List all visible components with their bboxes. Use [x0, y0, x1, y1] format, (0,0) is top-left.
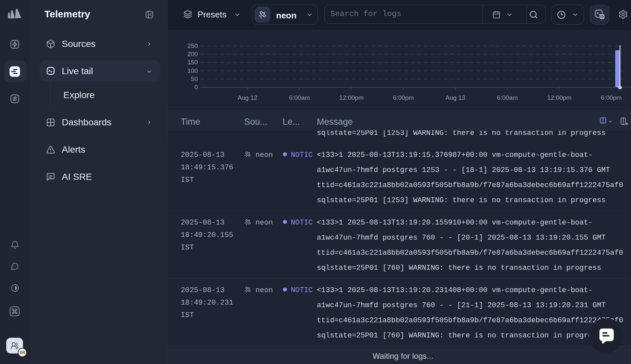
svg-text:6:00am: 6:00am — [289, 94, 310, 101]
svg-text:250: 250 — [187, 42, 198, 49]
svg-text:0: 0 — [194, 84, 198, 91]
svg-text:150: 150 — [187, 59, 198, 66]
svg-text:12:00pm: 12:00pm — [339, 94, 363, 101]
svg-text:6:00pm: 6:00pm — [601, 94, 621, 101]
svg-text:Aug 13: Aug 13 — [445, 94, 465, 101]
svg-text:12:00pm: 12:00pm — [547, 94, 572, 101]
svg-text:Aug 12: Aug 12 — [238, 94, 257, 101]
svg-text:100: 100 — [187, 67, 198, 74]
svg-text:50: 50 — [191, 75, 198, 82]
svg-text:200: 200 — [187, 51, 198, 57]
svg-text:6:00am: 6:00am — [497, 94, 518, 101]
svg-text:6:00pm: 6:00pm — [393, 94, 414, 101]
